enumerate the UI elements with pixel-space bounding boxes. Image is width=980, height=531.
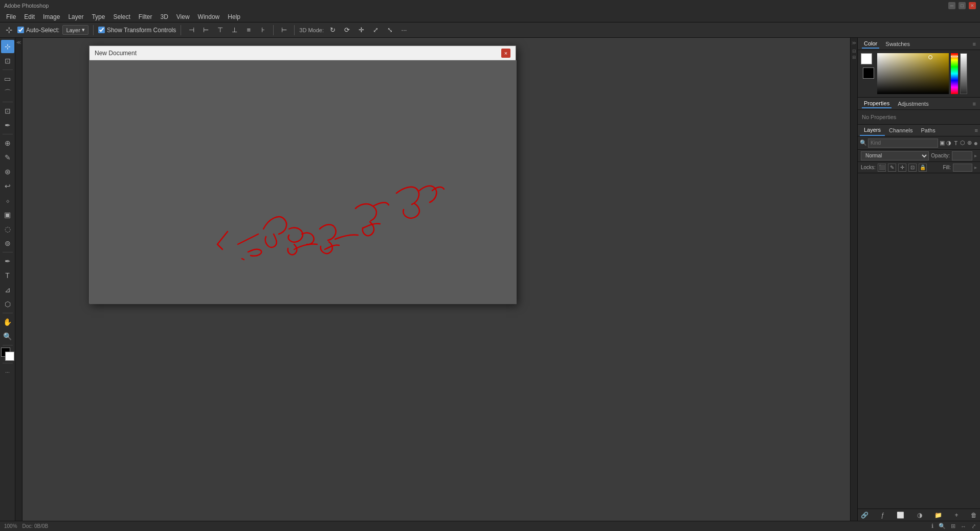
blur-tool[interactable]: ◌ — [1, 222, 14, 236]
delete-layer-btn[interactable]: 🗑 — [971, 512, 977, 519]
filter-shape-icon[interactable]: ⬡ — [960, 138, 966, 148]
status-search-btn[interactable]: 🔍 — [939, 523, 946, 529]
crop-tool[interactable]: ⊡ — [1, 104, 14, 118]
minimize-button[interactable]: ─ — [948, 2, 955, 9]
color-swatches[interactable] — [1, 348, 14, 361]
menu-view[interactable]: View — [172, 12, 194, 21]
layers-menu[interactable]: ≡ — [975, 127, 978, 133]
layer-link-btn[interactable]: 🔗 — [861, 512, 868, 519]
menu-layer[interactable]: Layer — [64, 12, 87, 21]
dodge-tool[interactable]: ⊚ — [1, 237, 14, 250]
type-tool[interactable]: T — [1, 269, 14, 282]
3d-scale-icon[interactable]: ⤡ — [384, 25, 395, 36]
pen-tool[interactable]: ✒ — [1, 255, 14, 268]
foreground-swatch[interactable] — [861, 53, 872, 64]
canvas-area[interactable]: New Document × — [23, 38, 850, 521]
color-gradient-box[interactable] — [877, 53, 949, 94]
properties-menu[interactable]: ≡ — [973, 101, 976, 107]
menu-help[interactable]: Help — [224, 12, 244, 21]
adjustments-tab[interactable]: Adjustments — [896, 100, 931, 108]
lock-artboard-btn[interactable]: ⊡ — [908, 164, 917, 172]
paths-tab[interactable]: Paths — [917, 125, 940, 135]
brush-tool[interactable]: ✎ — [1, 151, 14, 164]
layer-dropdown[interactable]: Layer ▾ — [62, 25, 88, 35]
layer-mask-btn[interactable]: ⬜ — [897, 512, 904, 519]
menu-type[interactable]: Type — [87, 12, 109, 21]
status-info-btn[interactable]: ℹ — [931, 523, 933, 529]
align-top-icon[interactable]: ⊥ — [229, 25, 240, 36]
marquee-tool[interactable]: ▭ — [1, 72, 14, 85]
history-brush-tool[interactable]: ↩ — [1, 179, 14, 193]
align-center-icon[interactable]: ⊢ — [200, 25, 211, 36]
3d-orbit-icon[interactable]: ↻ — [327, 25, 338, 36]
status-sync-btn[interactable]: ↔ — [961, 523, 966, 529]
fg-bg-swatches[interactable] — [861, 53, 874, 94]
fill-input[interactable] — [953, 164, 972, 172]
lock-position-btn[interactable]: ✛ — [898, 164, 906, 172]
window-controls[interactable]: ─ □ ✕ — [948, 2, 976, 9]
right-collapse-button[interactable]: ≫ — [851, 40, 857, 46]
path-selection-tool[interactable]: ⊿ — [1, 283, 14, 296]
opacity-input[interactable] — [952, 151, 972, 160]
new-group-btn[interactable]: 📁 — [934, 512, 942, 519]
layers-kind-input[interactable] — [868, 138, 938, 148]
distribute-icon[interactable]: ⊢ — [278, 25, 289, 36]
align-left-icon[interactable]: ⊣ — [186, 25, 197, 36]
show-transform-checkbox[interactable] — [98, 27, 105, 33]
channels-tab[interactable]: Channels — [885, 125, 917, 135]
status-share-btn[interactable]: ⤤ — [971, 523, 976, 529]
properties-tab[interactable]: Properties — [862, 99, 892, 108]
shape-tool[interactable]: ⬡ — [1, 297, 14, 311]
gradient-tool[interactable]: ▣ — [1, 208, 14, 221]
document-close-button[interactable]: × — [501, 49, 510, 58]
3d-roll-icon[interactable]: ⟳ — [341, 25, 352, 36]
new-fill-layer-btn[interactable]: ◑ — [917, 512, 922, 519]
lock-all-btn[interactable]: 🔒 — [919, 164, 927, 172]
lock-transparent-btn[interactable]: ⬛ — [878, 164, 886, 172]
more-tools-button[interactable]: ··· — [1, 365, 14, 379]
lasso-tool[interactable]: ⌒ — [1, 86, 14, 100]
layers-tab[interactable]: Layers — [860, 125, 885, 136]
layers-content[interactable] — [858, 173, 980, 509]
lock-image-btn[interactable]: ✎ — [888, 164, 896, 172]
menu-edit[interactable]: Edit — [20, 12, 39, 21]
hand-tool[interactable]: ✋ — [1, 315, 14, 329]
background-color[interactable] — [5, 352, 14, 361]
menu-3d[interactable]: 3D — [156, 12, 172, 21]
menu-file[interactable]: File — [2, 12, 20, 21]
3d-pan-icon[interactable]: ✛ — [355, 25, 367, 36]
close-button[interactable]: ✕ — [969, 2, 976, 9]
zoom-tool[interactable]: 🔍 — [1, 330, 14, 343]
alpha-strip[interactable] — [960, 53, 967, 94]
menu-image[interactable]: Image — [39, 12, 64, 21]
panel-icons-button2[interactable]: ⊞ — [851, 54, 857, 60]
background-swatch[interactable] — [863, 67, 874, 79]
align-bottom-icon[interactable]: ⊦ — [257, 25, 269, 36]
show-transform-label[interactable]: Show Transform Controls — [98, 27, 176, 34]
filter-type-icon[interactable]: T — [953, 138, 959, 148]
filter-pixel-icon[interactable]: ▣ — [939, 138, 945, 148]
color-tab[interactable]: Color — [862, 39, 879, 49]
status-arrange-btn[interactable]: ⊞ — [951, 523, 955, 529]
swatches-tab[interactable]: Swatches — [883, 40, 912, 48]
new-layer-btn[interactable]: + — [955, 512, 959, 519]
3d-slide-icon[interactable]: ⤢ — [370, 25, 381, 36]
document-canvas[interactable] — [90, 60, 517, 304]
auto-select-label[interactable]: Auto-Select: — [17, 27, 59, 34]
panel-icons-button[interactable]: ⊟ — [851, 48, 857, 54]
menu-filter[interactable]: Filter — [135, 12, 157, 21]
blend-mode-select[interactable]: Normal — [861, 151, 929, 160]
spot-heal-tool[interactable]: ⊕ — [1, 136, 14, 150]
hue-strip[interactable] — [951, 53, 958, 94]
more-options-icon[interactable]: ··· — [398, 25, 410, 36]
menu-select[interactable]: Select — [109, 12, 134, 21]
filter-smart-icon[interactable]: ⊛ — [967, 138, 973, 148]
eyedropper-tool[interactable]: ✒ — [1, 119, 14, 132]
eraser-tool[interactable]: ⬦ — [1, 194, 14, 207]
clone-tool[interactable]: ⊛ — [1, 165, 14, 178]
align-middle-icon[interactable]: ≡ — [243, 25, 254, 36]
menu-window[interactable]: Window — [194, 12, 224, 21]
maximize-button[interactable]: □ — [959, 2, 966, 9]
filter-toggle[interactable]: ● — [974, 139, 978, 147]
move-tool[interactable]: ⊹ — [1, 40, 14, 53]
